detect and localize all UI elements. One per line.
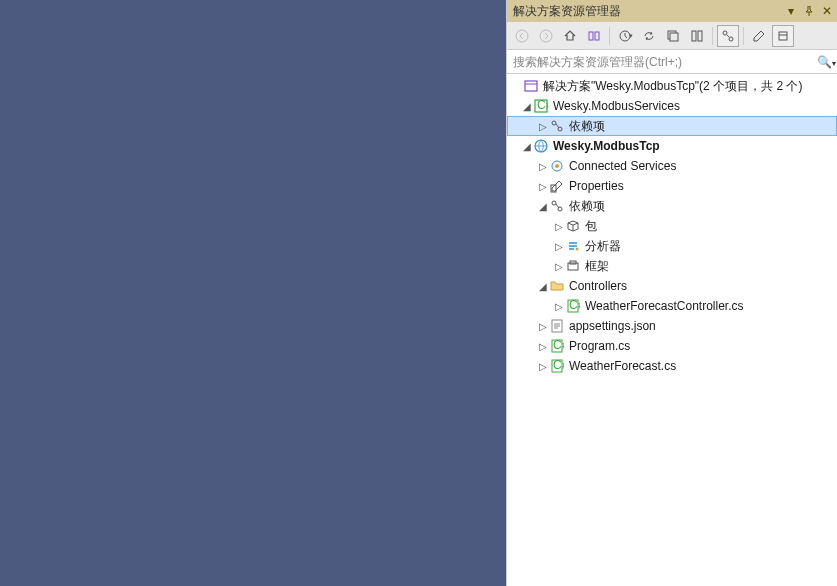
csharp-file-node[interactable]: ▷ C# WeatherForecastController.cs	[507, 296, 837, 316]
toolbar: ▾	[507, 22, 837, 50]
toolbar-separator	[743, 27, 744, 45]
frameworks-node[interactable]: ▷ 框架	[507, 256, 837, 276]
dependencies-node[interactable]: ◢ 依赖项	[507, 196, 837, 216]
close-icon[interactable]: ✕	[821, 5, 833, 17]
svg-point-0	[516, 30, 528, 42]
forward-button[interactable]	[535, 25, 557, 47]
properties-icon	[549, 178, 565, 194]
switch-views-button[interactable]	[583, 25, 605, 47]
packages-node[interactable]: ▷ 包	[507, 216, 837, 236]
analyzers-node[interactable]: ▷ 分析器	[507, 236, 837, 256]
solution-tree[interactable]: ▸ 解决方案"Wesky.ModbusTcp"(2 个项目，共 2 个) ◢ C…	[507, 74, 837, 586]
csharp-file-icon: C#	[549, 338, 565, 354]
expand-arrow[interactable]: ▷	[553, 241, 565, 252]
preview-selected-button[interactable]	[717, 25, 739, 47]
svg-rect-8	[698, 31, 702, 41]
search-input[interactable]	[507, 50, 815, 73]
expand-arrow[interactable]: ▷	[553, 221, 565, 232]
properties-node[interactable]: ▷ Properties	[507, 176, 837, 196]
svg-point-19	[555, 164, 559, 168]
pin-icon[interactable]	[803, 5, 815, 17]
project-node[interactable]: ◢ Wesky.ModbusTcp	[507, 136, 837, 156]
analyzers-icon	[565, 238, 581, 254]
expand-arrow[interactable]: ▷	[537, 161, 549, 172]
svg-point-1	[540, 30, 552, 42]
svg-point-21	[552, 201, 556, 205]
view-toggle-button[interactable]	[772, 25, 794, 47]
expand-arrow[interactable]: ◢	[537, 281, 549, 292]
svg-rect-3	[595, 32, 599, 40]
connected-services-icon	[549, 158, 565, 174]
csharp-project-icon: C#	[533, 98, 549, 114]
json-file-node[interactable]: ▷ appsettings.json	[507, 316, 837, 336]
csharp-file-icon: C#	[565, 298, 581, 314]
search-row: 🔍▾	[507, 50, 837, 74]
panel-title: 解决方案资源管理器	[511, 3, 785, 20]
svg-point-10	[729, 37, 733, 41]
svg-text:C#: C#	[569, 299, 580, 312]
svg-text:C#: C#	[537, 99, 548, 112]
expand-arrow[interactable]: ▷	[537, 181, 549, 192]
svg-point-15	[552, 121, 556, 125]
expand-arrow[interactable]: ▷	[553, 261, 565, 272]
solution-icon	[523, 78, 539, 94]
dropdown-icon[interactable]: ▾	[785, 5, 797, 17]
expand-arrow[interactable]: ▷	[553, 301, 565, 312]
pending-changes-button[interactable]: ▾	[614, 25, 636, 47]
svg-rect-7	[692, 31, 696, 41]
expand-arrow[interactable]: ▷	[537, 361, 549, 372]
folder-icon	[549, 278, 565, 294]
expand-arrow[interactable]: ◢	[521, 141, 533, 152]
editor-background	[0, 0, 506, 586]
sync-button[interactable]	[638, 25, 660, 47]
search-icon[interactable]: 🔍▾	[815, 55, 837, 69]
svg-text:C#: C#	[553, 339, 564, 352]
properties-button[interactable]	[748, 25, 770, 47]
panel-header[interactable]: 解决方案资源管理器 ▾ ✕	[507, 0, 837, 22]
solution-explorer-panel: 解决方案资源管理器 ▾ ✕ ▾	[506, 0, 837, 586]
framework-icon	[565, 258, 581, 274]
svg-point-23	[576, 248, 579, 251]
toolbar-separator	[609, 27, 610, 45]
expand-arrow[interactable]: ▷	[537, 121, 549, 132]
dependencies-icon	[549, 198, 565, 214]
csharp-file-icon: C#	[549, 358, 565, 374]
dependencies-node[interactable]: ▷ 依赖项	[507, 116, 837, 136]
home-button[interactable]	[559, 25, 581, 47]
json-file-icon	[549, 318, 565, 334]
svg-point-9	[723, 31, 727, 35]
expand-arrow[interactable]: ◢	[537, 201, 549, 212]
web-project-icon	[533, 138, 549, 154]
expand-arrow[interactable]: ▷	[537, 321, 549, 332]
svg-rect-6	[670, 33, 678, 41]
package-icon	[565, 218, 581, 234]
csharp-file-node[interactable]: ▷ C# Program.cs	[507, 336, 837, 356]
dependencies-icon	[549, 118, 565, 134]
back-button[interactable]	[511, 25, 533, 47]
show-all-files-button[interactable]	[686, 25, 708, 47]
svg-text:C#: C#	[553, 359, 564, 372]
project-node[interactable]: ◢ C# Wesky.ModbusServices	[507, 96, 837, 116]
collapse-all-button[interactable]	[662, 25, 684, 47]
folder-node[interactable]: ◢ Controllers	[507, 276, 837, 296]
svg-rect-12	[525, 81, 537, 91]
expand-arrow[interactable]: ▷	[537, 341, 549, 352]
svg-rect-2	[589, 32, 593, 40]
toolbar-separator	[712, 27, 713, 45]
csharp-file-node[interactable]: ▷ C# WeatherForecast.cs	[507, 356, 837, 376]
solution-node[interactable]: ▸ 解决方案"Wesky.ModbusTcp"(2 个项目，共 2 个)	[507, 76, 837, 96]
svg-rect-11	[779, 32, 787, 40]
expand-arrow[interactable]: ◢	[521, 101, 533, 112]
connected-services-node[interactable]: ▷ Connected Services	[507, 156, 837, 176]
